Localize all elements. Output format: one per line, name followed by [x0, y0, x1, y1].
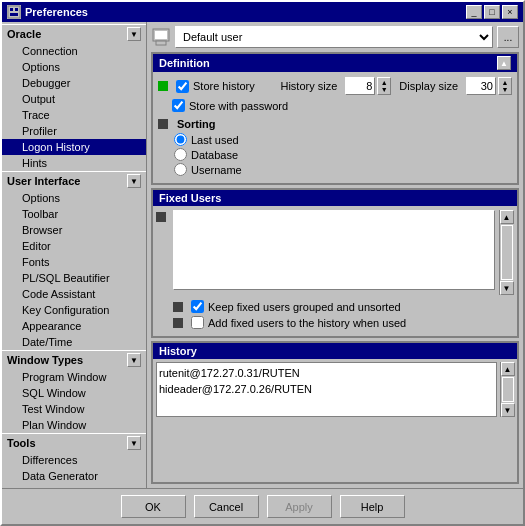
sidebar-item-data-generator[interactable]: Data Generator — [2, 468, 146, 484]
history-list[interactable]: rutenit@172.27.0.31/RUTEN hideader@172.2… — [156, 362, 497, 417]
sidebar-item-plan-window[interactable]: Plan Window — [2, 417, 146, 433]
sidebar-item-connection[interactable]: Connection — [2, 43, 146, 59]
sidebar-item-options-ui[interactable]: Options — [2, 190, 146, 206]
sidebar-item-browser[interactable]: Browser — [2, 222, 146, 238]
sidebar-group-window-types[interactable]: Window Types ▼ — [2, 350, 146, 369]
tools-arrow-icon: ▼ — [127, 436, 141, 450]
sidebar-item-code-assistant[interactable]: Code Assistant — [2, 286, 146, 302]
store-history-label: Store history — [193, 80, 255, 92]
title-bar: Preferences _ □ × — [2, 2, 523, 22]
history-size-input[interactable] — [345, 77, 375, 95]
sort-last-used-radio[interactable] — [174, 133, 187, 146]
history-scrollbar: ▲ ▼ — [500, 362, 514, 417]
close-button[interactable]: × — [502, 5, 518, 19]
add-to-history-checkbox[interactable] — [191, 316, 204, 329]
svg-rect-1 — [10, 8, 13, 11]
sidebar: Oracle ▼ Connection Options Debugger Out… — [2, 22, 147, 488]
sidebar-item-trace[interactable]: Trace — [2, 107, 146, 123]
display-size-spin: ▲ ▼ — [466, 77, 512, 95]
fixed-users-scroll-down[interactable]: ▼ — [500, 281, 514, 295]
content-area: Oracle ▼ Connection Options Debugger Out… — [2, 22, 523, 488]
svg-rect-3 — [10, 13, 18, 16]
sidebar-item-editor[interactable]: Editor — [2, 238, 146, 254]
window-title: Preferences — [25, 6, 88, 18]
title-buttons: _ □ × — [466, 5, 518, 19]
add-to-history-row: Add fixed users to the history when used — [173, 316, 513, 329]
sidebar-item-plsql[interactable]: PL/SQL Beautifier — [2, 270, 146, 286]
cancel-button[interactable]: Cancel — [194, 495, 259, 518]
sidebar-item-program-window[interactable]: Program Window — [2, 369, 146, 385]
sorting-section: Sorting Last used Database Username — [158, 118, 512, 176]
keep-grouped-checkbox[interactable] — [191, 300, 204, 313]
sort-username-row: Username — [158, 163, 512, 176]
sidebar-item-toolbar[interactable]: Toolbar — [2, 206, 146, 222]
history-scroll-up[interactable]: ▲ — [501, 362, 515, 376]
user-dropdown-row: Default user ... — [151, 26, 519, 48]
store-history-left: Store history — [158, 80, 280, 93]
history-item-0: rutenit@172.27.0.31/RUTEN — [159, 365, 494, 381]
fixed-users-scrollbar: ▲ ▼ — [499, 210, 513, 295]
sidebar-group-ui[interactable]: User Interface ▼ — [2, 171, 146, 190]
dropdown-dots-button[interactable]: ... — [497, 26, 519, 48]
bottom-bar: OK Cancel Apply Help — [2, 488, 523, 524]
definition-header: Definition ▲ — [153, 54, 517, 72]
add-to-history-indicator — [173, 318, 183, 328]
fixed-users-list-area: ▲ ▼ — [173, 210, 513, 295]
sidebar-item-appearance[interactable]: Appearance — [2, 318, 146, 334]
sidebar-item-datetime[interactable]: Date/Time — [2, 334, 146, 350]
sort-username-radio[interactable] — [174, 163, 187, 176]
store-password-label: Store with password — [189, 100, 288, 112]
fixed-users-section: Fixed Users ▲ ▼ — [151, 188, 519, 338]
history-size-field: History size ▲ ▼ — [280, 77, 391, 95]
definition-section: Definition ▲ Store history Hi — [151, 52, 519, 185]
display-size-input[interactable] — [466, 77, 496, 95]
history-scroll-down[interactable]: ▼ — [501, 403, 515, 417]
svg-rect-0 — [8, 6, 20, 18]
add-to-history-label: Add fixed users to the history when used — [208, 317, 406, 329]
sidebar-item-differences[interactable]: Differences — [2, 452, 146, 468]
window-types-arrow-icon: ▼ — [127, 353, 141, 367]
sidebar-item-logon-history[interactable]: Logon History — [2, 139, 146, 155]
display-size-label: Display size — [399, 80, 458, 92]
sort-database-row: Database — [158, 148, 512, 161]
history-scroll-thumb[interactable] — [502, 377, 514, 402]
sidebar-group-window-types-label: Window Types — [7, 354, 83, 366]
sidebar-item-key-config[interactable]: Key Configuration — [2, 302, 146, 318]
sidebar-item-sql-window[interactable]: SQL Window — [2, 385, 146, 401]
sidebar-item-test-window[interactable]: Test Window — [2, 401, 146, 417]
sort-database-radio[interactable] — [174, 148, 187, 161]
fixed-users-scroll-up[interactable]: ▲ — [500, 210, 514, 224]
display-size-spin-btn[interactable]: ▲ ▼ — [498, 77, 512, 95]
minimize-button[interactable]: _ — [466, 5, 482, 19]
sort-username-label: Username — [191, 164, 242, 176]
store-password-checkbox[interactable] — [172, 99, 185, 112]
sidebar-item-fonts[interactable]: Fonts — [2, 254, 146, 270]
sidebar-item-options-oracle[interactable]: Options — [2, 59, 146, 75]
apply-button[interactable]: Apply — [267, 495, 332, 518]
user-icon — [151, 27, 171, 47]
sidebar-group-tools[interactable]: Tools ▼ — [2, 433, 146, 452]
sidebar-item-profiler[interactable]: Profiler — [2, 123, 146, 139]
def-scroll-up[interactable]: ▲ — [497, 56, 511, 70]
sidebar-group-oracle[interactable]: Oracle ▼ — [2, 24, 146, 43]
user-dropdown[interactable]: Default user — [175, 26, 493, 48]
history-size-spin-btn[interactable]: ▲ ▼ — [377, 77, 391, 95]
fixed-users-scroll-thumb[interactable] — [501, 225, 513, 280]
sidebar-group-ui-label: User Interface — [7, 175, 80, 187]
history-header: History — [153, 343, 517, 359]
display-size-field: Display size ▲ ▼ — [399, 77, 512, 95]
sidebar-item-debugger[interactable]: Debugger — [2, 75, 146, 91]
sort-database-label: Database — [191, 149, 238, 161]
store-history-checkbox[interactable] — [176, 80, 189, 93]
fixed-users-list[interactable] — [173, 210, 495, 290]
sort-last-used-label: Last used — [191, 134, 239, 146]
maximize-button[interactable]: □ — [484, 5, 500, 19]
sidebar-item-output[interactable]: Output — [2, 91, 146, 107]
svg-rect-6 — [156, 41, 166, 45]
help-button[interactable]: Help — [340, 495, 405, 518]
ok-button[interactable]: OK — [121, 495, 186, 518]
history-item-1: hideader@172.27.0.26/RUTEN — [159, 381, 494, 397]
history-size-label: History size — [280, 80, 337, 92]
sidebar-group-tools-label: Tools — [7, 437, 36, 449]
sidebar-item-hints[interactable]: Hints — [2, 155, 146, 171]
